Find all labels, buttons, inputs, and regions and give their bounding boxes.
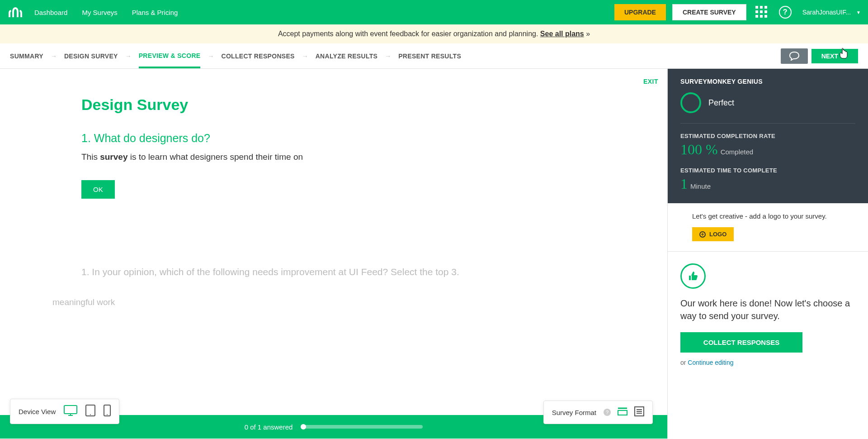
- mobile-icon[interactable]: [104, 405, 111, 418]
- desktop-icon[interactable]: [64, 405, 77, 418]
- question-1-title: 1. What do designers do?: [81, 132, 586, 145]
- done-panel: Our work here is done! Now let's choose …: [668, 252, 868, 378]
- next-label: NEXT: [821, 52, 838, 60]
- comment-button[interactable]: [781, 48, 808, 64]
- help-icon[interactable]: ?: [604, 409, 611, 416]
- step-arrow-icon: →: [125, 52, 132, 60]
- collect-responses-button[interactable]: COLLECT RESPONSES: [680, 332, 802, 353]
- svg-rect-0: [64, 406, 77, 414]
- promo-text: Accept payments along with event feedbac…: [278, 30, 540, 38]
- completion-rate-block: ESTIMATED COMPLETION RATE 100 % Complete…: [680, 133, 855, 158]
- one-question-format-icon[interactable]: [617, 406, 628, 418]
- step-present-results[interactable]: PRESENT RESULTS: [398, 52, 461, 60]
- speech-bubble-icon: [789, 52, 799, 61]
- classic-format-icon[interactable]: [634, 406, 644, 418]
- svg-rect-8: [618, 410, 627, 415]
- progress-track[interactable]: [301, 425, 423, 429]
- genius-panel: SURVEYMONKEY GENIUS Perfect ESTIMATED CO…: [668, 69, 868, 203]
- completion-rate-suffix: Completed: [721, 148, 754, 156]
- svg-point-4: [90, 414, 91, 415]
- genius-status: Perfect: [680, 92, 855, 124]
- plus-circle-icon: +: [699, 231, 706, 238]
- device-view-panel: Device View: [10, 399, 119, 424]
- tip-text: Let's get creative - add a logo to your …: [692, 211, 855, 221]
- faded-option: meaningful work: [52, 297, 667, 307]
- top-header: Dashboard My Surveys Plans & Pricing UPG…: [0, 0, 868, 24]
- logo-btn-label: LOGO: [709, 231, 726, 238]
- completion-rate-value: 100 %: [680, 141, 718, 158]
- step-arrow-icon: →: [385, 52, 391, 60]
- status-text: Perfect: [708, 98, 734, 108]
- genius-title: SURVEYMONKEY GENIUS: [680, 78, 855, 85]
- faded-question: 1. In your opinion, which of the followi…: [81, 267, 586, 277]
- help-icon[interactable]: ?: [779, 6, 792, 19]
- arrow-right-icon: →: [842, 52, 848, 60]
- step-design-survey[interactable]: DESIGN SURVEY: [64, 52, 118, 60]
- promo-banner: Accept payments along with event feedbac…: [0, 24, 868, 43]
- genius-sidebar: SURVEYMONKEY GENIUS Perfect ESTIMATED CO…: [667, 69, 868, 439]
- svg-point-6: [107, 414, 108, 415]
- step-nav: SUMMARY → DESIGN SURVEY → PREVIEW & SCOR…: [0, 43, 868, 69]
- main-area: EXIT Design Survey 1. What do designers …: [0, 69, 868, 439]
- step-arrow-icon: →: [208, 52, 214, 60]
- time-complete-suffix: Minute: [690, 182, 711, 190]
- thumbs-up-circle: [680, 263, 706, 289]
- upgrade-button[interactable]: UPGRADE: [614, 4, 666, 20]
- time-complete-label: ESTIMATED TIME TO COMPLETE: [680, 167, 855, 174]
- status-circle-icon: [680, 92, 701, 113]
- survey-format-label: Survey Format: [552, 409, 596, 416]
- time-complete-block: ESTIMATED TIME TO COMPLETE 1 Minute: [680, 167, 855, 192]
- device-view-label: Device View: [19, 408, 56, 415]
- create-survey-button[interactable]: CREATE SURVEY: [672, 4, 746, 20]
- step-preview-score[interactable]: PREVIEW & SCORE: [139, 52, 201, 68]
- survey-content: Design Survey 1. What do designers do? T…: [0, 69, 667, 277]
- ok-button[interactable]: OK: [81, 180, 115, 199]
- tablet-icon[interactable]: [85, 405, 95, 418]
- surveymonkey-logo[interactable]: [7, 4, 24, 20]
- survey-format-panel: Survey Format ?: [543, 401, 653, 424]
- caret-down-icon: ▼: [856, 10, 861, 15]
- continue-row: or Continue editing: [680, 359, 855, 366]
- user-menu[interactable]: SarahJonasUIF... ▼: [802, 9, 861, 16]
- step-arrow-icon: →: [51, 52, 57, 60]
- question-1-description: This survey is to learn what designers s…: [81, 152, 586, 162]
- logo-tip-box: Let's get creative - add a logo to your …: [668, 203, 868, 252]
- add-logo-button[interactable]: + LOGO: [692, 227, 734, 241]
- time-complete-value: 1: [680, 176, 688, 192]
- continue-editing-link[interactable]: Continue editing: [688, 359, 733, 366]
- see-all-plans-link[interactable]: See all plans: [540, 30, 584, 38]
- nav-dashboard[interactable]: Dashboard: [34, 9, 67, 16]
- step-analyze-results[interactable]: ANALYZE RESULTS: [316, 52, 378, 60]
- apps-grid-icon[interactable]: [755, 6, 768, 19]
- nav-my-surveys[interactable]: My Surveys: [82, 9, 117, 16]
- completion-rate-label: ESTIMATED COMPLETION RATE: [680, 133, 855, 139]
- step-arrow-icon: →: [302, 52, 308, 60]
- step-collect-responses[interactable]: COLLECT RESPONSES: [221, 52, 294, 60]
- preview-pane: EXIT Design Survey 1. What do designers …: [0, 69, 667, 439]
- done-text: Our work here is done! Now let's choose …: [680, 297, 855, 322]
- thumbs-up-icon: [687, 270, 699, 282]
- promo-suffix: »: [584, 30, 590, 38]
- step-summary[interactable]: SUMMARY: [10, 52, 43, 60]
- progress-thumb: [301, 424, 306, 429]
- survey-title: Design Survey: [81, 96, 586, 114]
- nav-links: Dashboard My Surveys Plans & Pricing: [34, 9, 178, 16]
- next-button[interactable]: NEXT →: [811, 49, 858, 63]
- nav-plans-pricing[interactable]: Plans & Pricing: [132, 9, 178, 16]
- progress-text: 0 of 1 answered: [245, 423, 293, 431]
- user-name: SarahJonasUIF...: [802, 9, 851, 16]
- exit-link[interactable]: EXIT: [643, 78, 658, 85]
